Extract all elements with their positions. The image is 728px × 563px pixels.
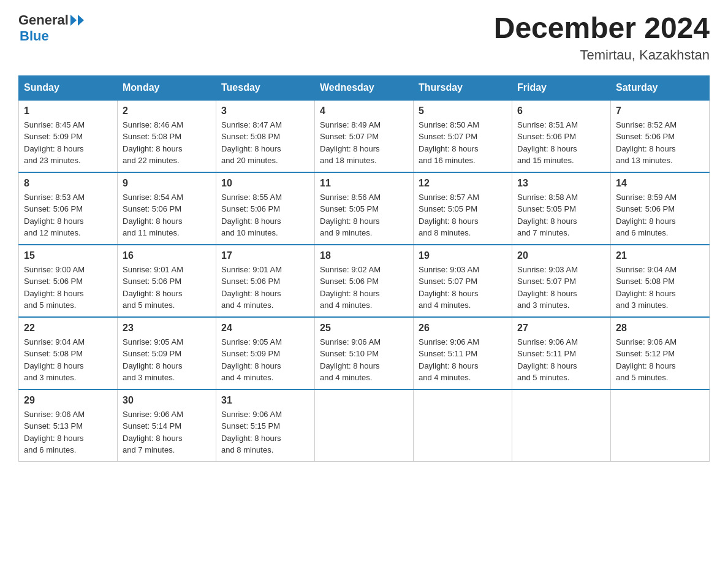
calendar-cell: 23 Sunrise: 9:05 AM Sunset: 5:09 PM Dayl… bbox=[118, 317, 216, 389]
day-number: 26 bbox=[419, 323, 507, 334]
calendar-cell bbox=[414, 389, 512, 462]
day-info: Sunrise: 9:04 AM Sunset: 5:08 PM Dayligh… bbox=[616, 264, 704, 312]
day-number: 19 bbox=[419, 250, 507, 261]
day-info: Sunrise: 9:02 AM Sunset: 5:06 PM Dayligh… bbox=[320, 264, 408, 312]
calendar-cell: 10 Sunrise: 8:55 AM Sunset: 5:06 PM Dayl… bbox=[216, 172, 315, 245]
day-number: 23 bbox=[123, 323, 211, 334]
calendar-week-row: 1 Sunrise: 8:45 AM Sunset: 5:09 PM Dayli… bbox=[19, 100, 710, 172]
day-number: 18 bbox=[320, 250, 408, 261]
day-info: Sunrise: 8:49 AM Sunset: 5:07 PM Dayligh… bbox=[320, 119, 408, 167]
logo: General Blue bbox=[18, 12, 84, 44]
day-number: 14 bbox=[616, 178, 704, 189]
calendar-cell: 13 Sunrise: 8:58 AM Sunset: 5:05 PM Dayl… bbox=[512, 172, 611, 245]
calendar-cell: 15 Sunrise: 9:00 AM Sunset: 5:06 PM Dayl… bbox=[19, 245, 118, 317]
calendar-cell: 16 Sunrise: 9:01 AM Sunset: 5:06 PM Dayl… bbox=[118, 245, 216, 317]
day-number: 2 bbox=[123, 105, 211, 117]
day-number: 28 bbox=[616, 323, 704, 334]
calendar-cell: 28 Sunrise: 9:06 AM Sunset: 5:12 PM Dayl… bbox=[611, 317, 710, 389]
col-header-friday: Friday bbox=[512, 75, 611, 100]
day-info: Sunrise: 9:06 AM Sunset: 5:11 PM Dayligh… bbox=[419, 336, 507, 384]
day-info: Sunrise: 8:59 AM Sunset: 5:06 PM Dayligh… bbox=[616, 191, 704, 239]
calendar-cell bbox=[611, 389, 710, 462]
col-header-thursday: Thursday bbox=[414, 75, 512, 100]
calendar-cell: 29 Sunrise: 9:06 AM Sunset: 5:13 PM Dayl… bbox=[19, 389, 118, 462]
calendar-cell: 12 Sunrise: 8:57 AM Sunset: 5:05 PM Dayl… bbox=[414, 172, 512, 245]
day-info: Sunrise: 8:55 AM Sunset: 5:06 PM Dayligh… bbox=[221, 191, 309, 239]
day-number: 8 bbox=[24, 178, 112, 189]
calendar-cell: 3 Sunrise: 8:47 AM Sunset: 5:08 PM Dayli… bbox=[216, 100, 315, 172]
day-info: Sunrise: 9:05 AM Sunset: 5:09 PM Dayligh… bbox=[221, 336, 309, 384]
calendar-cell: 2 Sunrise: 8:46 AM Sunset: 5:08 PM Dayli… bbox=[118, 100, 216, 172]
logo-blue-text: Blue bbox=[20, 28, 84, 44]
day-number: 25 bbox=[320, 323, 408, 334]
day-number: 24 bbox=[221, 323, 309, 334]
day-number: 22 bbox=[24, 323, 112, 334]
calendar-cell: 11 Sunrise: 8:56 AM Sunset: 5:05 PM Dayl… bbox=[315, 172, 414, 245]
day-number: 10 bbox=[221, 178, 309, 189]
day-number: 29 bbox=[24, 395, 112, 406]
calendar-cell: 21 Sunrise: 9:04 AM Sunset: 5:08 PM Dayl… bbox=[611, 245, 710, 317]
title-section: December 2024 Temirtau, Kazakhstan bbox=[494, 12, 710, 63]
logo-general-text: General bbox=[18, 12, 69, 28]
day-number: 21 bbox=[616, 250, 704, 261]
day-info: Sunrise: 8:51 AM Sunset: 5:06 PM Dayligh… bbox=[517, 119, 605, 167]
day-info: Sunrise: 8:47 AM Sunset: 5:08 PM Dayligh… bbox=[221, 119, 309, 167]
calendar-header-row: SundayMondayTuesdayWednesdayThursdayFrid… bbox=[19, 75, 710, 100]
day-info: Sunrise: 9:04 AM Sunset: 5:08 PM Dayligh… bbox=[24, 336, 112, 384]
calendar-cell: 26 Sunrise: 9:06 AM Sunset: 5:11 PM Dayl… bbox=[414, 317, 512, 389]
calendar-cell: 19 Sunrise: 9:03 AM Sunset: 5:07 PM Dayl… bbox=[414, 245, 512, 317]
col-header-monday: Monday bbox=[118, 75, 216, 100]
day-info: Sunrise: 9:01 AM Sunset: 5:06 PM Dayligh… bbox=[221, 264, 309, 312]
day-number: 1 bbox=[24, 105, 112, 117]
day-info: Sunrise: 9:06 AM Sunset: 5:14 PM Dayligh… bbox=[123, 408, 211, 456]
day-number: 3 bbox=[221, 105, 309, 117]
day-number: 12 bbox=[419, 178, 507, 189]
day-number: 9 bbox=[123, 178, 211, 189]
col-header-wednesday: Wednesday bbox=[315, 75, 414, 100]
day-info: Sunrise: 9:06 AM Sunset: 5:11 PM Dayligh… bbox=[517, 336, 605, 384]
day-info: Sunrise: 8:58 AM Sunset: 5:05 PM Dayligh… bbox=[517, 191, 605, 239]
calendar-cell: 30 Sunrise: 9:06 AM Sunset: 5:14 PM Dayl… bbox=[118, 389, 216, 462]
day-info: Sunrise: 9:05 AM Sunset: 5:09 PM Dayligh… bbox=[123, 336, 211, 384]
calendar-cell: 4 Sunrise: 8:49 AM Sunset: 5:07 PM Dayli… bbox=[315, 100, 414, 172]
day-info: Sunrise: 8:50 AM Sunset: 5:07 PM Dayligh… bbox=[419, 119, 507, 167]
day-info: Sunrise: 8:52 AM Sunset: 5:06 PM Dayligh… bbox=[616, 119, 704, 167]
day-info: Sunrise: 8:46 AM Sunset: 5:08 PM Dayligh… bbox=[123, 119, 211, 167]
calendar-cell: 6 Sunrise: 8:51 AM Sunset: 5:06 PM Dayli… bbox=[512, 100, 611, 172]
day-number: 16 bbox=[123, 250, 211, 261]
day-number: 4 bbox=[320, 105, 408, 117]
location-subtitle: Temirtau, Kazakhstan bbox=[494, 47, 710, 63]
calendar-week-row: 8 Sunrise: 8:53 AM Sunset: 5:06 PM Dayli… bbox=[19, 172, 710, 245]
day-info: Sunrise: 8:56 AM Sunset: 5:05 PM Dayligh… bbox=[320, 191, 408, 239]
day-info: Sunrise: 9:03 AM Sunset: 5:07 PM Dayligh… bbox=[419, 264, 507, 312]
day-number: 27 bbox=[517, 323, 605, 334]
day-number: 11 bbox=[320, 178, 408, 189]
calendar-cell: 20 Sunrise: 9:03 AM Sunset: 5:07 PM Dayl… bbox=[512, 245, 611, 317]
col-header-saturday: Saturday bbox=[611, 75, 710, 100]
calendar-cell: 24 Sunrise: 9:05 AM Sunset: 5:09 PM Dayl… bbox=[216, 317, 315, 389]
calendar-cell: 18 Sunrise: 9:02 AM Sunset: 5:06 PM Dayl… bbox=[315, 245, 414, 317]
day-info: Sunrise: 9:06 AM Sunset: 5:12 PM Dayligh… bbox=[616, 336, 704, 384]
col-header-tuesday: Tuesday bbox=[216, 75, 315, 100]
calendar-cell: 1 Sunrise: 8:45 AM Sunset: 5:09 PM Dayli… bbox=[19, 100, 118, 172]
day-number: 31 bbox=[221, 395, 309, 406]
col-header-sunday: Sunday bbox=[19, 75, 118, 100]
day-number: 20 bbox=[517, 250, 605, 261]
calendar-cell: 8 Sunrise: 8:53 AM Sunset: 5:06 PM Dayli… bbox=[19, 172, 118, 245]
calendar-table: SundayMondayTuesdayWednesdayThursdayFrid… bbox=[18, 75, 710, 462]
calendar-cell: 27 Sunrise: 9:06 AM Sunset: 5:11 PM Dayl… bbox=[512, 317, 611, 389]
calendar-cell: 17 Sunrise: 9:01 AM Sunset: 5:06 PM Dayl… bbox=[216, 245, 315, 317]
day-info: Sunrise: 8:57 AM Sunset: 5:05 PM Dayligh… bbox=[419, 191, 507, 239]
calendar-cell: 9 Sunrise: 8:54 AM Sunset: 5:06 PM Dayli… bbox=[118, 172, 216, 245]
calendar-cell: 25 Sunrise: 9:06 AM Sunset: 5:10 PM Dayl… bbox=[315, 317, 414, 389]
day-number: 5 bbox=[419, 105, 507, 117]
day-number: 6 bbox=[517, 105, 605, 117]
month-year-title: December 2024 bbox=[494, 12, 710, 45]
calendar-cell: 14 Sunrise: 8:59 AM Sunset: 5:06 PM Dayl… bbox=[611, 172, 710, 245]
day-info: Sunrise: 9:06 AM Sunset: 5:15 PM Dayligh… bbox=[221, 408, 309, 456]
calendar-cell: 22 Sunrise: 9:04 AM Sunset: 5:08 PM Dayl… bbox=[19, 317, 118, 389]
day-number: 30 bbox=[123, 395, 211, 406]
day-info: Sunrise: 9:01 AM Sunset: 5:06 PM Dayligh… bbox=[123, 264, 211, 312]
calendar-cell: 5 Sunrise: 8:50 AM Sunset: 5:07 PM Dayli… bbox=[414, 100, 512, 172]
calendar-week-row: 22 Sunrise: 9:04 AM Sunset: 5:08 PM Dayl… bbox=[19, 317, 710, 389]
